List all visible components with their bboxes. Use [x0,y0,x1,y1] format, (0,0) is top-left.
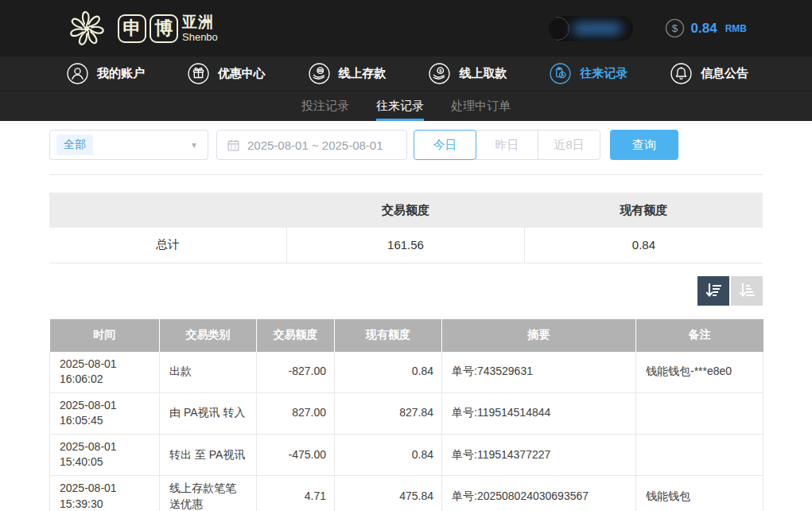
avatar [549,17,569,41]
tab-transaction-records[interactable]: 往来记录 [376,92,424,121]
logo-char-box: 申 [118,14,146,43]
summary-balance-total: 0.84 [524,228,763,263]
masked-username [573,23,622,34]
summary-total-label: 总计 [49,228,287,263]
cell-remark: 钱能钱包-***e8e0 [636,352,763,393]
cell-trade-amount: 827.00 [257,392,335,434]
cell-type: 转出 至 PA视讯 [160,434,257,475]
sort-descending-button[interactable] [697,276,729,306]
gift-icon [188,63,209,84]
nav-item-deposit[interactable]: 线上存款 [309,63,387,84]
yesterday-button[interactable]: 昨日 [476,130,538,160]
cell-summary: 单号:119514514844 [442,392,636,434]
sort-descending-icon [704,281,723,300]
tab-betting-records[interactable]: 投注记录 [301,92,349,121]
summary-table: 交易额度 现有额度 总计 161.56 0.84 [49,193,763,263]
tab-pending-orders[interactable]: 处理中订单 [451,92,511,121]
records-table: 时间 交易类别 交易额度 现有额度 摘要 备注 2025-08-01 16:06… [49,319,763,511]
nav-label: 线上取款 [459,66,507,81]
col-balance[interactable]: 现有额度 [335,319,442,352]
bell-icon [670,63,692,84]
nav-label: 往来记录 [580,66,627,81]
nav-label: 我的账户 [97,66,145,81]
cell-type: 出款 [160,352,257,393]
summary-trade-total: 161.56 [287,228,525,263]
calendar-icon [227,138,240,152]
type-select[interactable]: 全部 ▼ [49,130,208,160]
logo-side: 亚洲 Shenbo [182,14,218,42]
quick-date-group: 今日 昨日 近8日 [414,130,600,160]
sort-ascending-icon [737,281,756,300]
nav-item-promotions[interactable]: 优惠中心 [188,63,266,84]
date-range-picker[interactable]: 2025-08-01 ~ 2025-08-01 [216,130,407,160]
cell-time: 2025-08-01 16:06:02 [50,352,160,393]
col-time[interactable]: 时间 [50,319,160,352]
summary-header-empty [49,193,287,228]
topbar-right: $ 0.84 RMB [549,16,747,41]
cell-summary: 单号:119514377227 [442,434,636,475]
record-subtabs: 投注记录 往来记录 处理中订单 [0,91,812,121]
summary-total-row: 总计 161.56 0.84 [49,228,763,263]
flower-logo-icon [64,6,110,52]
cell-trade-amount: -475.00 [257,434,335,475]
wallet-balance[interactable]: $ 0.84 RMB [665,18,747,38]
cell-trade-amount: -827.00 [257,352,335,393]
last-8-days-button[interactable]: 近8日 [538,130,600,160]
cell-type: 线上存款笔笔送优惠 [160,476,257,511]
summary-header-trade: 交易额度 [287,193,525,228]
dollar-coin-icon: $ [665,18,685,38]
col-trade-amount[interactable]: 交易额度 [257,319,335,352]
brand-logo[interactable]: 申 博 亚洲 Shenbo [64,6,218,52]
user-icon [67,63,88,84]
cell-remark: 钱能钱包 [636,476,763,511]
cell-time: 2025-08-01 15:39:30 [50,476,160,511]
nav-label: 线上存款 [339,66,387,81]
records-icon [550,63,571,84]
filter-row: 全部 ▼ 2025-08-01 ~ 2025-08-01 今日 昨日 近8日 查… [49,130,763,160]
cell-balance: 475.84 [335,476,442,511]
summary-header-balance: 现有额度 [524,193,763,228]
selected-type-tag: 全部 [56,135,93,155]
cell-trade-amount: 4.71 [257,476,335,511]
nav-item-withdraw[interactable]: $ 线上取款 [429,63,507,84]
logo-region: 亚洲 [182,14,218,29]
nav-label: 信息公告 [701,66,748,81]
table-row: 2025-08-01 16:05:45 由 PA视讯 转入 827.00 827… [50,392,763,434]
main-content: 全部 ▼ 2025-08-01 ~ 2025-08-01 今日 昨日 近8日 查… [0,121,812,511]
cell-balance: 827.84 [335,392,442,434]
nav-item-announcements[interactable]: 信息公告 [670,63,748,84]
nav-item-transaction-records[interactable]: 往来记录 [550,63,627,84]
table-row: 2025-08-01 15:40:05 转出 至 PA视讯 -475.00 0.… [50,434,763,475]
logo-char-box: 博 [150,14,178,43]
topbar: 申 博 亚洲 Shenbo $ 0.84 RMB [0,0,812,57]
balance-amount: 0.84 [691,21,717,37]
cell-remark [636,392,763,434]
cell-remark [636,434,763,475]
table-row: 2025-08-01 15:39:30 线上存款笔笔送优惠 4.71 475.8… [50,476,763,511]
cell-balance: 0.84 [335,352,442,393]
divider [49,174,763,175]
today-button[interactable]: 今日 [414,130,476,160]
deposit-icon [309,63,330,84]
cell-time: 2025-08-01 15:40:05 [50,434,160,475]
svg-text:$: $ [439,68,442,73]
col-remark[interactable]: 备注 [636,319,763,352]
logo-en: Shenbo [182,32,218,42]
col-summary[interactable]: 摘要 [442,319,636,352]
chevron-down-icon: ▼ [190,141,198,150]
withdraw-icon: $ [429,63,450,84]
date-range-value: 2025-08-01 ~ 2025-08-01 [247,138,383,152]
svg-text:$: $ [671,22,678,34]
records-header-row: 时间 交易类别 交易额度 现有额度 摘要 备注 [50,319,763,352]
cell-summary: 单号:743529631 [442,352,636,393]
nav-label: 优惠中心 [218,66,266,81]
nav-item-my-account[interactable]: 我的账户 [67,63,145,84]
query-button[interactable]: 查询 [610,130,678,160]
cell-balance: 0.84 [335,434,442,475]
col-type[interactable]: 交易类别 [160,319,257,352]
sort-ascending-button[interactable] [731,276,763,306]
cell-type: 由 PA视讯 转入 [160,392,257,434]
masked-account[interactable] [549,16,633,41]
sort-controls [49,276,763,306]
main-navigation: 我的账户 优惠中心 线上存款 $ 线上取款 [0,57,812,91]
